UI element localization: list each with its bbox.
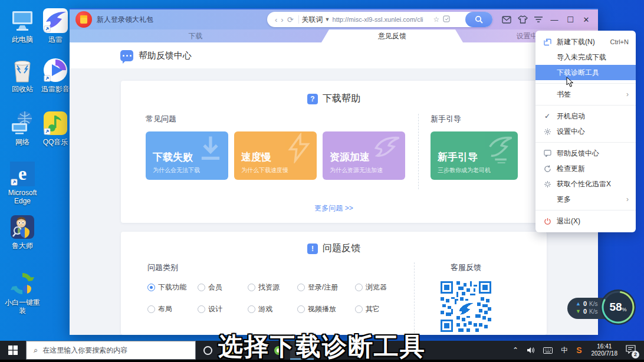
menu-item-import-unfinished[interactable]: 导入未完成下载	[535, 50, 636, 65]
memory-usage-ball[interactable]: 58%	[599, 288, 637, 326]
bookmark-add-icon[interactable]	[441, 15, 452, 24]
menu-item-check-update[interactable]: 检查更新	[535, 161, 636, 176]
taskbar-app-file[interactable]	[219, 341, 243, 360]
thunder-icon	[42, 7, 69, 34]
feedback-card: ! 问题反馈 问题类别 下载功能 会员 找资源 登录/注册 浏览器 布局 设计 …	[121, 232, 547, 335]
screen-bottom-edge	[0, 360, 644, 362]
radio-layout[interactable]: 布局	[147, 304, 198, 314]
notification-count-badge: 2	[632, 351, 639, 358]
mail-icon[interactable]	[501, 14, 512, 25]
menu-item-new-download[interactable]: 新建下载(N) Ctrl+N	[535, 34, 636, 50]
start-button[interactable]	[0, 341, 26, 360]
cortana-button[interactable]	[196, 346, 219, 355]
desktop-icon-thunder-player[interactable]: 迅雷影音	[37, 57, 74, 94]
power-icon	[543, 218, 552, 225]
download-arrow-icon: ▼	[576, 308, 581, 315]
radio-other[interactable]: 其它	[355, 304, 402, 314]
close-button[interactable]: ✕	[580, 15, 592, 24]
desktop-icon-recycle-bin[interactable]: 回收站	[4, 57, 41, 94]
address-bar[interactable]: ‹ › ⟳ 关联词 ▼ http://misc-xl9-ssl.xunlei.c…	[267, 12, 492, 27]
upload-arrow-icon: ▲	[576, 300, 581, 308]
menu-item-help-feedback[interactable]: 帮助反馈中心	[535, 146, 636, 161]
taskbar-app-edge[interactable]: e	[243, 341, 267, 360]
desktop-icon-qq-music[interactable]: QQ音乐	[37, 110, 74, 147]
menu-separator	[535, 83, 636, 84]
desktop-icon-xiaobai[interactable]: 小白一键重装	[4, 270, 41, 315]
taskbar-search-input[interactable]: ⌕ 在这里输入你要搜索的内容	[26, 341, 196, 360]
refresh-icon[interactable]: ⟳	[285, 16, 295, 24]
radio-login[interactable]: 登录/注册	[297, 282, 355, 292]
promo-label: 新人登录领大礼包	[97, 15, 153, 25]
volume-icon[interactable]	[523, 347, 538, 354]
chat-icon	[543, 150, 552, 157]
svg-text:e: e	[253, 345, 257, 355]
keyword-selector[interactable]: 关联词	[302, 15, 323, 25]
search-placeholder: 在这里输入你要搜索的内容	[42, 345, 127, 356]
back-icon[interactable]: ‹	[273, 16, 279, 24]
action-center-icon[interactable]: 2	[623, 345, 640, 356]
menu-item-exit[interactable]: 退出(X)	[535, 213, 636, 229]
question-badge-icon: ?	[307, 94, 318, 104]
customer-service-qr-code	[441, 281, 491, 332]
sparkle-icon	[543, 180, 552, 188]
tab-feedback[interactable]: 意见反馈	[321, 29, 463, 42]
radio-browser[interactable]: 浏览器	[355, 282, 402, 292]
search-icon: ⌕	[34, 345, 38, 355]
shortcut-label: Ctrl+N	[610, 38, 629, 45]
url-text[interactable]: http://misc-xl9-ssl.xunlei.com/cli	[333, 16, 432, 23]
submenu-chevron-icon: ›	[626, 195, 629, 203]
taskbar-app-browser360[interactable]	[267, 341, 290, 360]
category-label: 问题类别	[147, 262, 407, 273]
guide-label: 新手引导	[431, 114, 518, 124]
recycle-bin-icon	[9, 57, 36, 84]
menu-item-personalized[interactable]: 获取个性化迅雷X	[535, 176, 636, 192]
promo-banner[interactable]: 新人登录领大礼包	[75, 11, 153, 28]
menu-item-more[interactable]: 更多 ›	[535, 192, 636, 207]
skin-shirt-icon[interactable]	[517, 14, 528, 25]
tile-download-fail[interactable]: 下载失败 为什么会无法下载	[146, 131, 228, 180]
radio-video[interactable]: 视频播放	[297, 304, 355, 314]
titlebar: 新人登录领大礼包 ‹ › ⟳ 关联词 ▼ http://misc-xl9-ssl…	[70, 8, 598, 29]
svg-text:e: e	[18, 163, 27, 184]
main-menu-icon[interactable]	[533, 14, 544, 25]
more-questions-link[interactable]: 更多问题 >>	[121, 203, 547, 213]
touch-keyboard-icon[interactable]	[540, 347, 556, 354]
new-download-icon	[543, 38, 552, 46]
thunder-app-window: 新人登录领大礼包 ‹ › ⟳ 关联词 ▼ http://misc-xl9-ssl…	[70, 8, 598, 335]
taskbar-clock[interactable]: 16:41 2020/7/18	[587, 343, 623, 357]
download-help-card: ? 下载帮助 常见问题 下载失败 为什么会无法下载	[121, 81, 547, 223]
menu-item-bookmarks[interactable]: 书签 ›	[535, 87, 636, 102]
tab-bar: 下载 意见反馈 设置中心	[70, 29, 598, 42]
maximize-button[interactable]: ☐	[564, 15, 576, 24]
desktop-icon-this-pc[interactable]: 此电脑	[4, 7, 41, 44]
desktop-icon-network[interactable]: 网络	[4, 110, 41, 147]
divider	[414, 262, 415, 333]
menu-item-startup[interactable]: ✓ 开机启动	[535, 108, 636, 124]
tray-chevron-up-icon[interactable]: ⌃	[509, 346, 522, 354]
menu-item-diagnostic-tool[interactable]: 下载诊断工具	[535, 65, 636, 80]
taskbar-app-thunder[interactable]	[290, 341, 314, 360]
desktop-icon-thunder[interactable]: 迅雷	[37, 7, 74, 44]
radio-vip[interactable]: 会员	[198, 282, 248, 292]
radio-design[interactable]: 设计	[198, 304, 248, 314]
check-icon: ✓	[543, 112, 552, 120]
divider	[298, 15, 299, 24]
tab-download[interactable]: 下载	[70, 29, 321, 42]
menu-item-settings[interactable]: 设置中心	[535, 124, 636, 139]
star-icon[interactable]: ☆	[432, 15, 442, 24]
forward-icon[interactable]: ›	[279, 16, 285, 24]
desktop-icon-ludashi[interactable]: 鲁大师	[4, 213, 41, 251]
qq-music-icon	[42, 110, 69, 137]
radio-game[interactable]: 游戏	[248, 304, 297, 314]
gift-badge-icon	[75, 11, 92, 28]
tile-slow-speed[interactable]: 速度慢 为什么下载速度慢	[234, 131, 317, 180]
sogou-icon[interactable]: S	[573, 345, 585, 355]
search-button[interactable]	[465, 12, 492, 27]
radio-download-func[interactable]: 下载功能	[147, 282, 198, 292]
tile-resource-boost[interactable]: 资源加速 为什么资源无法加速	[323, 131, 405, 180]
ime-indicator[interactable]: 中	[557, 345, 571, 356]
radio-find-resource[interactable]: 找资源	[248, 282, 297, 292]
desktop-icon-edge[interactable]: e Microsoft Edge	[4, 160, 41, 206]
tile-beginner-guide[interactable]: 新手引导 三步教你成为老司机	[431, 131, 518, 180]
minimize-button[interactable]: —	[548, 15, 560, 24]
